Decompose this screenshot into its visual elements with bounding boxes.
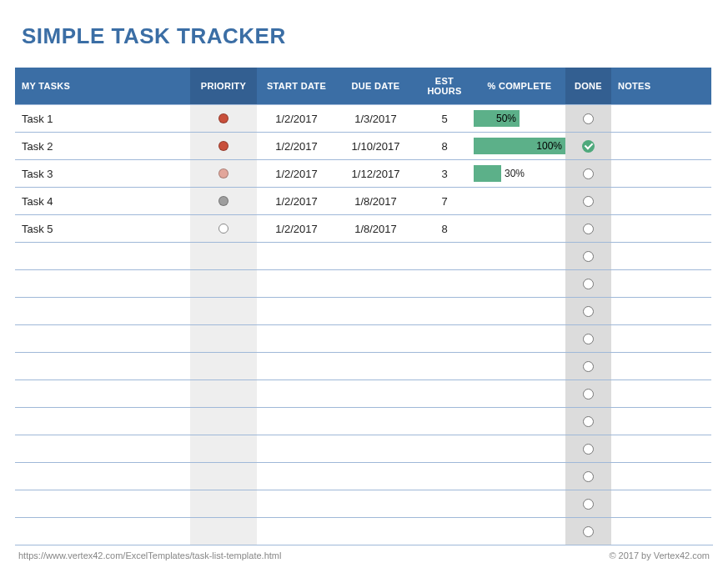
priority-cell[interactable] [190,242,257,269]
task-name-cell[interactable] [15,324,190,352]
start-date-cell[interactable]: 1/2/2017 [257,159,336,187]
due-date-cell[interactable] [336,324,415,352]
priority-cell[interactable] [190,462,257,490]
due-date-cell[interactable] [336,462,415,490]
est-hours-cell[interactable]: 8 [415,214,474,242]
est-hours-cell[interactable]: 3 [415,159,474,187]
task-name-cell[interactable] [15,490,190,517]
pct-complete-cell[interactable] [474,352,565,380]
done-cell[interactable] [565,269,611,297]
done-radio-icon[interactable] [583,499,594,510]
task-name-cell[interactable]: Task 3 [15,159,190,187]
est-hours-cell[interactable] [415,269,474,297]
start-date-cell[interactable] [257,517,336,545]
done-cell[interactable] [565,324,611,352]
priority-cell[interactable] [190,517,257,545]
task-name-cell[interactable] [15,269,190,297]
done-radio-icon[interactable] [583,251,594,262]
notes-cell[interactable] [611,132,711,159]
done-radio-icon[interactable] [583,279,594,289]
notes-cell[interactable] [611,269,711,297]
task-name-cell[interactable]: Task 1 [15,104,190,132]
priority-cell[interactable] [190,490,257,517]
due-date-cell[interactable]: 1/8/2017 [336,214,415,242]
pct-complete-cell[interactable] [474,517,565,545]
done-radio-icon[interactable] [583,471,594,482]
pct-complete-cell[interactable] [474,435,565,462]
est-hours-cell[interactable] [415,324,474,352]
task-name-cell[interactable] [15,462,190,490]
notes-cell[interactable] [611,104,711,132]
due-date-cell[interactable] [336,297,415,324]
task-name-cell[interactable]: Task 2 [15,132,190,159]
due-date-cell[interactable] [336,490,415,517]
done-cell[interactable] [565,187,611,214]
done-radio-icon[interactable] [583,224,594,234]
task-name-cell[interactable]: Task 5 [15,214,190,242]
priority-cell[interactable] [190,352,257,380]
due-date-cell[interactable]: 1/10/2017 [336,132,415,159]
pct-complete-cell[interactable] [474,380,565,407]
done-radio-icon[interactable] [583,416,594,427]
done-cell[interactable] [565,352,611,380]
pct-complete-cell[interactable]: 30% [474,159,565,187]
priority-cell[interactable] [190,214,257,242]
task-name-cell[interactable] [15,352,190,380]
pct-complete-cell[interactable]: 100% [474,132,565,159]
done-cell[interactable] [565,490,611,517]
task-name-cell[interactable] [15,517,190,545]
due-date-cell[interactable] [336,352,415,380]
done-cell[interactable] [565,297,611,324]
due-date-cell[interactable] [336,380,415,407]
done-radio-icon[interactable] [583,444,594,455]
due-date-cell[interactable]: 1/12/2017 [336,159,415,187]
est-hours-cell[interactable] [415,380,474,407]
notes-cell[interactable] [611,407,711,435]
done-radio-icon[interactable] [583,361,594,372]
start-date-cell[interactable] [257,297,336,324]
done-cell[interactable] [565,132,611,159]
done-cell[interactable] [565,407,611,435]
due-date-cell[interactable]: 1/8/2017 [336,187,415,214]
task-name-cell[interactable] [15,242,190,269]
due-date-cell[interactable] [336,407,415,435]
task-name-cell[interactable]: Task 4 [15,187,190,214]
priority-cell[interactable] [190,297,257,324]
start-date-cell[interactable]: 1/2/2017 [257,187,336,214]
est-hours-cell[interactable] [415,407,474,435]
start-date-cell[interactable] [257,490,336,517]
priority-cell[interactable] [190,435,257,462]
notes-cell[interactable] [611,159,711,187]
due-date-cell[interactable] [336,242,415,269]
start-date-cell[interactable] [257,242,336,269]
notes-cell[interactable] [611,490,711,517]
due-date-cell[interactable] [336,435,415,462]
start-date-cell[interactable]: 1/2/2017 [257,104,336,132]
done-radio-icon[interactable] [583,526,594,537]
priority-cell[interactable] [190,187,257,214]
done-radio-icon[interactable] [583,334,594,344]
start-date-cell[interactable] [257,435,336,462]
notes-cell[interactable] [611,352,711,380]
notes-cell[interactable] [611,297,711,324]
done-radio-icon[interactable] [583,196,594,207]
pct-complete-cell[interactable] [474,187,565,214]
notes-cell[interactable] [611,187,711,214]
start-date-cell[interactable] [257,380,336,407]
pct-complete-cell[interactable] [474,297,565,324]
est-hours-cell[interactable] [415,490,474,517]
pct-complete-cell[interactable] [474,214,565,242]
done-cell[interactable] [565,517,611,545]
priority-cell[interactable] [190,407,257,435]
start-date-cell[interactable]: 1/2/2017 [257,214,336,242]
pct-complete-cell[interactable] [474,490,565,517]
done-radio-icon[interactable] [583,389,594,400]
priority-cell[interactable] [190,380,257,407]
start-date-cell[interactable] [257,462,336,490]
est-hours-cell[interactable] [415,517,474,545]
pct-complete-cell[interactable] [474,324,565,352]
est-hours-cell[interactable]: 8 [415,132,474,159]
notes-cell[interactable] [611,324,711,352]
priority-cell[interactable] [190,269,257,297]
est-hours-cell[interactable]: 5 [415,104,474,132]
